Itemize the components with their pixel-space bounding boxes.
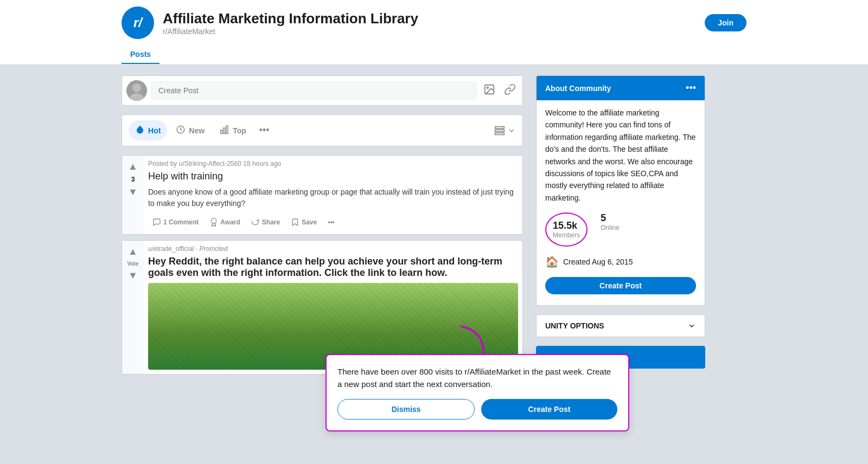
online-label: Online	[601, 224, 620, 231]
hot-icon	[135, 125, 145, 136]
members-stat: 15.5k Members	[545, 212, 588, 247]
cake-icon: 🏠	[545, 255, 559, 268]
avatar	[126, 80, 147, 101]
promoted-upvote-button[interactable]: ▲	[127, 245, 139, 259]
about-header: About Community •••	[537, 76, 705, 100]
subreddit-header: r/ Affiliate Marketing Information Libra…	[122, 7, 746, 46]
community-options[interactable]: UNITY OPTIONS	[536, 314, 705, 337]
members-count: 15.5k	[553, 220, 580, 231]
about-community-card: About Community ••• Welcome to the affil…	[536, 75, 705, 306]
about-description: Welcome to the affiliate marketing commu…	[545, 107, 696, 204]
svg-rect-6	[221, 130, 222, 134]
about-more-button[interactable]: •••	[686, 82, 696, 94]
save-button[interactable]: Save	[286, 215, 321, 230]
promoted-post-meta: u/etrade_official · Promoted	[148, 245, 518, 253]
main-content: Hot New Top	[108, 65, 760, 391]
members-label: Members	[553, 231, 580, 239]
promoted-author: u/etrade_official	[148, 245, 194, 253]
vote-count: 3	[131, 176, 135, 183]
subreddit-name: r/AffiliateMarket	[163, 27, 696, 36]
post-time: 18 hours ago	[243, 160, 281, 167]
post-actions: 1 Comment Award Shar	[148, 215, 518, 230]
image-icon[interactable]	[481, 81, 497, 100]
share-button[interactable]: Share	[247, 215, 284, 230]
tab-posts[interactable]: Posts	[122, 46, 159, 64]
nav-tabs: Posts	[122, 46, 746, 64]
stats-row: 15.5k Members 5 Online	[545, 212, 696, 247]
svg-rect-10	[495, 130, 505, 131]
svg-rect-9	[495, 126, 505, 128]
svg-rect-11	[495, 133, 505, 134]
post-meta: Posted by u/Striking-Affect-2560 18 hour…	[148, 160, 518, 167]
svg-point-4	[487, 87, 488, 88]
join-button[interactable]: Join	[705, 14, 746, 31]
promoted-downvote-button[interactable]: ▼	[127, 269, 139, 282]
chevron-down-icon	[687, 321, 696, 330]
create-post-box	[122, 75, 523, 106]
sort-bar: Hot New Top	[122, 114, 523, 146]
svg-point-1	[132, 83, 141, 92]
create-post-input[interactable]	[151, 81, 477, 100]
comment-button[interactable]: 1 Comment	[148, 215, 203, 230]
promoted-vote-label: Vote	[127, 261, 139, 267]
svg-rect-7	[224, 128, 225, 134]
reddit-logo-text: r/	[133, 15, 142, 30]
online-stat: 5 Online	[601, 212, 620, 247]
subreddit-info: Affiliate Marketing Information Library …	[163, 10, 696, 36]
award-button[interactable]: Award	[205, 215, 244, 230]
subreddit-title: Affiliate Marketing Information Library	[163, 10, 696, 27]
promoted-label: Promoted	[200, 245, 228, 253]
post-author: u/Striking-Affect-2560	[179, 160, 241, 167]
community-options-label: UNITY OPTIONS	[545, 321, 604, 330]
promoted-vote-column: ▲ Vote ▼	[122, 241, 144, 374]
promoted-title[interactable]: Hey Reddit, the right balance can help y…	[148, 256, 518, 279]
tooltip-popup: There have been over 800 visits to r/Aff…	[326, 354, 629, 391]
sort-hot-button[interactable]: Hot	[129, 120, 167, 140]
created-date: Created Aug 6, 2015	[563, 257, 633, 266]
tooltip-text: There have been over 800 visits to r/Aff…	[337, 366, 617, 390]
post-body: Posted by u/Striking-Affect-2560 18 hour…	[144, 156, 522, 234]
sort-more-button[interactable]: •••	[255, 120, 274, 140]
upvote-button[interactable]: ▲	[127, 160, 139, 173]
sort-view-toggle[interactable]	[494, 125, 516, 136]
downvote-button[interactable]: ▼	[127, 185, 139, 199]
online-count: 5	[601, 212, 620, 224]
right-sidebar: About Community ••• Welcome to the affil…	[536, 75, 705, 380]
center-column: Hot New Top	[122, 75, 523, 380]
top-icon	[220, 125, 229, 136]
post-text: Does anyone know of a good affiliate mar…	[148, 186, 518, 209]
created-row: 🏠 Created Aug 6, 2015	[545, 255, 696, 268]
post-title[interactable]: Help with training	[148, 171, 518, 182]
sidebar-create-post-button[interactable]: Create Post	[545, 277, 696, 294]
about-body: Welcome to the affiliate marketing commu…	[537, 100, 705, 305]
post-card: ▲ 3 ▼ Posted by u/Striking-Affect-2560 1…	[122, 155, 523, 235]
sort-top-button[interactable]: Top	[213, 120, 253, 140]
sort-new-button[interactable]: New	[169, 120, 211, 140]
post-more-button[interactable]: •••	[323, 215, 339, 229]
new-icon	[176, 125, 186, 136]
vote-column: ▲ 3 ▼	[122, 156, 144, 234]
top-bar: r/ Affiliate Marketing Information Libra…	[0, 0, 868, 65]
create-post-icons	[481, 81, 518, 100]
svg-point-12	[212, 218, 216, 223]
svg-rect-8	[226, 126, 228, 133]
reddit-logo: r/	[122, 7, 154, 39]
link-icon[interactable]	[502, 81, 518, 100]
about-title: About Community	[545, 84, 611, 93]
